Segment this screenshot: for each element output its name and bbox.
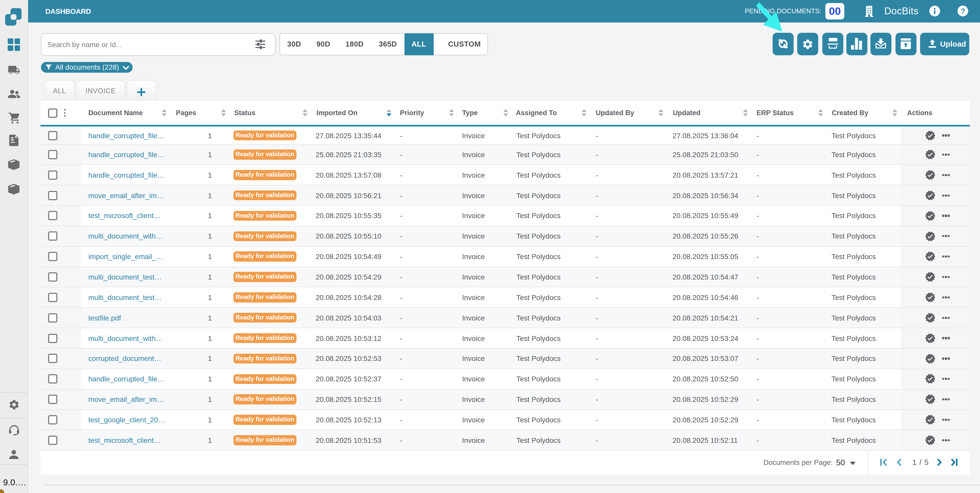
svg-text:?: ?: [960, 7, 965, 15]
svg-text:$: $: [11, 136, 14, 142]
